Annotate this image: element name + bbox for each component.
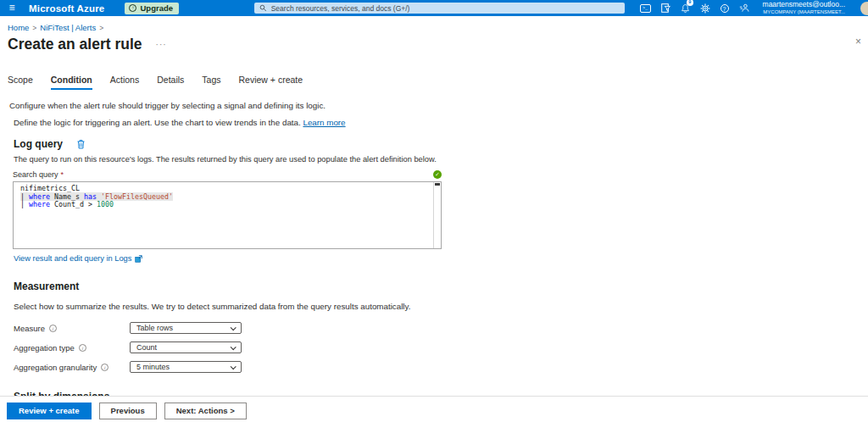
log-query-heading-row: Log query xyxy=(14,138,868,150)
signal-logic-text: Define the logic for triggering an alert… xyxy=(14,118,868,127)
measurement-fields: MeasureiTable rowsAggregation typeiCount… xyxy=(14,322,868,373)
code-token: 'FlowFilesQueued' xyxy=(101,192,173,201)
more-options-icon[interactable]: ··· xyxy=(156,40,167,49)
code-token: has xyxy=(84,192,97,201)
feedback-icon[interactable] xyxy=(739,0,749,16)
account-menu[interactable]: maartensmeets@outloo... MYCOMPANY (MAART… xyxy=(763,1,845,15)
editor-scrollbar[interactable] xyxy=(433,182,441,248)
dropdown-selected-value: Count xyxy=(136,343,157,352)
field-label-text: Aggregation granularity xyxy=(14,363,97,372)
field-label-text: Measure xyxy=(14,324,45,333)
tab-details[interactable]: Details xyxy=(157,75,184,90)
review-create-button[interactable]: Review + create xyxy=(7,403,92,419)
topbar-right-cluster: >_ 9 xyxy=(640,0,868,16)
dropdown-aggregation-granularity[interactable]: 5 minutes xyxy=(130,361,242,373)
chevron-down-icon xyxy=(231,364,236,369)
account-tenant: MYCOMPANY (MAARTENSMEET... xyxy=(763,9,845,15)
delete-trash-icon[interactable] xyxy=(76,139,86,149)
page-header: Create an alert rule ··· xyxy=(0,36,868,53)
breadcrumb-separator: > xyxy=(99,24,103,32)
field-label-measure: Measurei xyxy=(14,324,130,333)
info-icon[interactable]: i xyxy=(79,344,86,352)
previous-button[interactable]: Previous xyxy=(99,403,157,419)
upgrade-button[interactable]: ↑ Upgrade xyxy=(125,3,179,14)
measurement-heading: Measurement xyxy=(14,280,868,292)
dropdown-measure[interactable]: Table rows xyxy=(130,322,242,334)
upgrade-label: Upgrade xyxy=(140,3,173,13)
query-editor[interactable]: nifimetrics_CL| where Name_s has 'FlowFi… xyxy=(13,181,442,249)
field-label-aggregation-type: Aggregation typei xyxy=(14,343,130,353)
search-query-label-row: Search query* ✓ xyxy=(13,170,442,179)
form-row-measure: MeasureiTable rows xyxy=(14,322,868,334)
footer-buttons: Review + create Previous Next: Actions > xyxy=(7,403,868,419)
notification-count-badge: 9 xyxy=(687,0,693,6)
tab-review-create[interactable]: Review + create xyxy=(239,75,303,90)
learn-more-link[interactable]: Learn more xyxy=(303,118,345,127)
search-icon xyxy=(259,4,267,12)
wizard-tabs: ScopeConditionActionsDetailsTagsReview +… xyxy=(8,75,868,90)
azure-brand-logo[interactable]: Microsoft Azure xyxy=(29,3,104,14)
dropdown-selected-value: 5 minutes xyxy=(136,363,170,371)
notifications-bell-icon[interactable]: 9 xyxy=(681,0,690,16)
breadcrumb-link-nifitest-alerts[interactable]: NiFiTest | Alerts xyxy=(40,23,96,32)
log-query-description: The query to run on this resource's logs… xyxy=(14,155,868,164)
breadcrumb: Home>NiFiTest | Alerts> xyxy=(0,16,868,32)
breadcrumb-separator: > xyxy=(32,24,36,32)
query-code[interactable]: nifimetrics_CL| where Name_s has 'FlowFi… xyxy=(14,182,441,209)
measurement-description: Select how to summarize the results. We … xyxy=(14,302,868,311)
next-actions-button[interactable]: Next: Actions > xyxy=(164,403,247,419)
log-query-heading: Log query xyxy=(14,138,63,150)
field-label-text: Aggregation type xyxy=(14,343,75,353)
code-token: nifimetrics_CL xyxy=(20,184,80,192)
search-query-label: Search query* xyxy=(13,170,64,179)
breadcrumb-link-home[interactable]: Home xyxy=(8,23,29,32)
tab-tags[interactable]: Tags xyxy=(202,75,220,90)
code-token: where xyxy=(29,200,50,208)
chevron-down-icon xyxy=(231,325,236,330)
tab-condition[interactable]: Condition xyxy=(51,75,92,90)
hamburger-menu-icon[interactable]: ≡ xyxy=(0,0,24,16)
code-token: | xyxy=(20,192,29,201)
code-token: Count_d > xyxy=(50,200,97,208)
wizard-footer: Review + create Previous Next: Actions > xyxy=(0,396,868,422)
chevron-down-icon xyxy=(231,344,236,350)
highlighted-selection: | where Name_s has 'FlowFilesQueued' xyxy=(20,192,173,201)
signal-logic-text-body: Define the logic for triggering an alert… xyxy=(14,118,301,127)
form-row-aggregation-type: Aggregation typeiCount xyxy=(14,341,868,353)
tab-actions[interactable]: Actions xyxy=(110,75,139,90)
tab-scope[interactable]: Scope xyxy=(8,75,33,90)
cloud-shell-icon[interactable]: >_ xyxy=(640,0,651,16)
required-asterisk: * xyxy=(61,170,64,179)
external-link-icon xyxy=(135,255,142,263)
dropdown-selected-value: Table rows xyxy=(136,324,173,332)
settings-gear-icon[interactable] xyxy=(700,0,710,16)
condition-intro-text: Configure when the alert rule should tri… xyxy=(9,101,868,110)
view-result-link[interactable]: View result and edit query in Logs xyxy=(14,254,131,263)
code-token: 1000 xyxy=(97,200,114,208)
info-icon[interactable]: i xyxy=(49,325,57,332)
field-label-aggregation-granularity: Aggregation granularityi xyxy=(14,363,130,372)
azure-top-bar: ≡ Microsoft Azure ↑ Upgrade >_ 9 xyxy=(0,0,868,16)
dropdown-aggregation-type[interactable]: Count xyxy=(130,341,242,353)
query-code-line: | where Count_d > 1000 xyxy=(20,201,429,209)
editor-scrollbar-thumb[interactable] xyxy=(435,183,440,186)
info-icon[interactable]: i xyxy=(101,364,108,371)
code-token: | xyxy=(20,200,29,208)
page-title: Create an alert rule xyxy=(8,36,142,53)
account-email: maartensmeets@outloo... xyxy=(763,1,845,9)
form-row-aggregation-granularity: Aggregation granularityi5 minutes xyxy=(14,361,868,373)
query-valid-check-icon: ✓ xyxy=(433,170,442,179)
directories-filter-icon[interactable] xyxy=(661,0,670,16)
avatar[interactable] xyxy=(860,2,868,15)
close-icon[interactable]: × xyxy=(855,36,861,47)
code-token: where xyxy=(29,192,50,201)
upgrade-arrow-icon: ↑ xyxy=(129,4,136,12)
global-search-bar[interactable] xyxy=(254,3,625,14)
view-result-row: View result and edit query in Logs xyxy=(14,254,868,263)
help-icon[interactable]: ? xyxy=(721,0,729,16)
search-input[interactable] xyxy=(271,4,620,13)
code-token: Name_s xyxy=(50,192,84,201)
